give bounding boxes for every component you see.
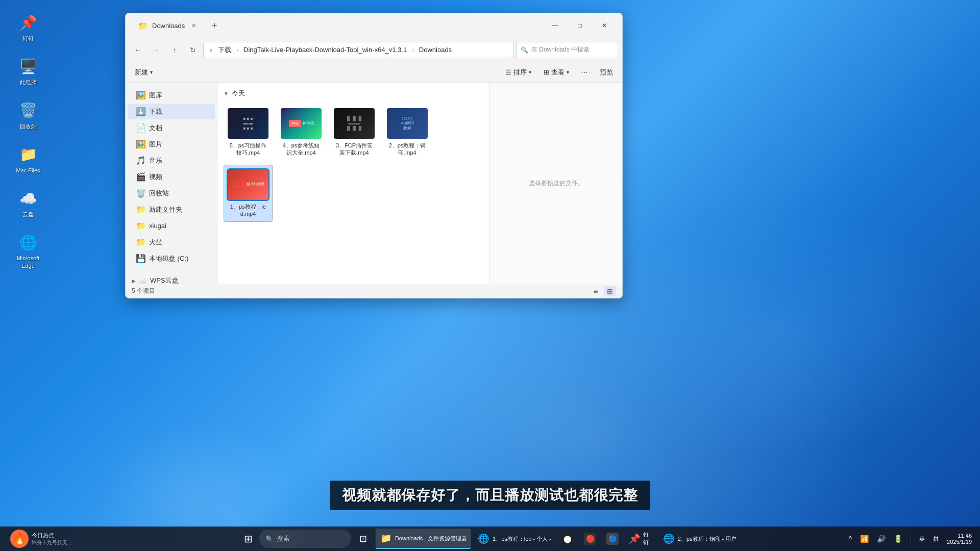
sidebar-item-music[interactable]: 🎵 音乐 📌 [128, 153, 215, 168]
sidebar-section-wps[interactable]: ▶ ☁️ WPS云盘 [128, 273, 215, 284]
list-item[interactable]: ⬡⬡⬡PS钢印教程 2、ps教程：钢印.mp4 [383, 104, 432, 161]
action-bar: 新建 ▾ ☰ 排序 ▾ ⊞ 查看 ▾ ··· 预览 [126, 62, 622, 83]
sidebar-item-newfolder[interactable]: 📁 新建文件夹 [128, 202, 215, 217]
ding-icon: 📌 [18, 12, 38, 33]
preview-panel: 选择要预览的文件。 [489, 83, 622, 284]
taskbar-search[interactable]: 🔍 搜索 [259, 530, 351, 548]
desktop-icon-ding[interactable]: 📌 钉钉 [10, 10, 46, 44]
new-tab-button[interactable]: + [206, 17, 223, 34]
taskbar-app4[interactable]: 🔵 [602, 529, 623, 549]
hotspot-title: 今日热点 [32, 532, 71, 539]
tray-expand-button[interactable]: ^ [846, 534, 854, 544]
dingding-icon: 📌 [629, 533, 640, 545]
search-box[interactable]: 🔍 在 Downloads 中搜索 [516, 42, 618, 58]
view-dropdown-icon: ▾ [567, 69, 569, 75]
network-icon[interactable]: 📶 [858, 534, 871, 544]
content-area: 🖼️ 图库 📌 ⬇️ 下载 📌 📄 文档 📌 🖼️ 图片 � [126, 83, 622, 284]
sidebar-item-picture[interactable]: 🖼️ 图片 📌 [128, 136, 215, 152]
thumb3-content: ▐▌▐▌▐▌▬▬▬▐▌▐▌▐▌ [334, 108, 375, 139]
file3-thumbnail: ▐▌▐▌▐▌▬▬▬▐▌▐▌▐▌ [334, 108, 375, 139]
preview-button[interactable]: 预览 [595, 66, 618, 79]
clock[interactable]: 11:46 2025/1/19 [945, 532, 974, 546]
hotspot-icon: 🔥 [10, 530, 29, 548]
sidebar-item-xiugai[interactable]: 📁 xiugai [128, 218, 215, 234]
minimize-button[interactable]: — [544, 17, 567, 34]
new-label: 新建 [135, 68, 148, 77]
taskbar-edge1[interactable]: 🌐 1、ps教程：led - 个人 - [473, 529, 555, 549]
address-expand[interactable]: › [208, 45, 214, 55]
address-downloads[interactable]: 下载 [216, 44, 233, 56]
taskbar-app2[interactable]: ⬤ [557, 529, 578, 549]
taskbar-dingding[interactable]: 📌 钉钉 [625, 529, 656, 549]
sidebar-item-document[interactable]: 📄 文档 📌 [128, 120, 215, 136]
address-current[interactable]: Downloads [417, 45, 454, 55]
list-item[interactable]: PS 参考线 4、ps参考线知识大全.mp4 [277, 104, 326, 161]
close-button[interactable]: ✕ [593, 17, 616, 34]
desktop-icon-computer[interactable]: 🖥️ 此电脑 [10, 54, 46, 88]
picture-icon: 🖼️ [136, 139, 145, 149]
taskbar-search-icon: 🔍 [265, 535, 274, 543]
new-button[interactable]: 新建 ▾ [130, 64, 158, 81]
desktop-icon-macfiles[interactable]: 📁 Mac Files [10, 142, 46, 176]
clock-date: 2025/1/19 [947, 539, 972, 545]
up-button[interactable]: ↑ [166, 42, 183, 58]
section-toggle-icon[interactable]: ▼ [224, 91, 229, 96]
more-button[interactable]: ··· [576, 64, 593, 81]
list-item[interactable]: ■ ■ ■▬ ▬■ ■ ■ 5、ps习惯操作技巧.mp4 [224, 104, 273, 161]
volume-icon[interactable]: 🔊 [875, 534, 888, 544]
tab-close-button[interactable]: ✕ [189, 21, 198, 30]
hotspot-notification[interactable]: 🔥 今日热点 神舟十九号航天... [6, 529, 98, 549]
back-button[interactable]: ← [130, 42, 146, 58]
system-tray: ^ 📶 🔊 🔋 英 拼 11:46 2025/1/19 [846, 532, 974, 546]
taskbar-app3[interactable]: 🔴 [580, 529, 600, 549]
grid-view-button[interactable]: ⊞ [604, 286, 616, 296]
maximize-button[interactable]: □ [568, 17, 592, 34]
list-view-button[interactable]: ≡ [590, 286, 602, 296]
file1-thumbnail: LED 跑马灯效果 [228, 169, 268, 200]
huozhe-icon: 📁 [136, 237, 145, 247]
address-bar[interactable]: › 下载 › DingTalk-Live-Playback-Download-T… [203, 42, 514, 58]
thumb1-content: LED 跑马灯效果 [228, 169, 268, 200]
status-view-controls: ≡ ⊞ [590, 286, 616, 296]
video-icon: 🎬 [136, 172, 145, 182]
taskbar-taskview[interactable]: ⊡ [353, 529, 374, 549]
music-label: 音乐 [149, 156, 162, 165]
desktop-icon-edge[interactable]: 🌐 Microsoft Edge [10, 230, 46, 271]
sidebar-item-huozhe[interactable]: 📁 火坐 [128, 234, 215, 250]
taskbar-edge2[interactable]: 🌐 2、ps教程：钢印 - 用户 [658, 529, 741, 549]
desktop-icon-recycle[interactable]: 🗑️ 回收站 [10, 98, 46, 132]
view-button[interactable]: ⊞ 查看 ▾ [538, 64, 574, 81]
edge2-label: 2、ps教程：钢印 - 用户 [678, 535, 737, 543]
sidebar-item-localc[interactable]: 💾 本地磁盘 (C:) [128, 251, 215, 266]
forward-button[interactable]: → [148, 42, 164, 58]
cloud-label: 云盘 [22, 211, 34, 218]
sort-button[interactable]: ☰ 排序 ▾ [500, 64, 536, 81]
ime-icon[interactable]: 英 [917, 534, 927, 544]
tab-folder-icon: 📁 [138, 21, 148, 31]
recycle-sidebar-icon: 🗑️ [136, 188, 145, 198]
sidebar-item-gallery[interactable]: 🖼️ 图库 📌 [128, 87, 215, 103]
refresh-button[interactable]: ↻ [185, 42, 201, 58]
window-controls: — □ ✕ [544, 17, 616, 34]
ime-input-icon[interactable]: 拼 [931, 534, 941, 544]
start-button[interactable]: ⊞ [239, 529, 257, 549]
thumb2-content: ⬡⬡⬡PS钢印教程 [387, 108, 428, 139]
sidebar-item-download[interactable]: ⬇️ 下载 📌 [128, 104, 215, 119]
sidebar-item-recycle[interactable]: 🗑️ 回收站 📌 [128, 185, 215, 201]
taskbar-search-label: 搜索 [277, 534, 290, 543]
view-label: 查看 [551, 68, 565, 77]
tab-downloads[interactable]: 📁 Downloads ✕ [132, 16, 204, 35]
list-item[interactable]: LED 跑马灯效果 1、ps教程：led.mp4 [224, 165, 273, 222]
battery-icon[interactable]: 🔋 [892, 534, 904, 544]
sidebar-item-video[interactable]: 🎬 视频 📌 [128, 169, 215, 185]
desktop-icon-cloud[interactable]: ☁️ 云盘 [10, 186, 46, 220]
file1-name: 1、ps教程：led.mp4 [228, 203, 268, 218]
list-item[interactable]: ▐▌▐▌▐▌▬▬▬▐▌▐▌▐▌ 3、FCP插件安装下载.mp4 [330, 104, 379, 161]
taskbar: 🔥 今日热点 神舟十九号航天... ⊞ 🔍 搜索 ⊡ 📁 Downloads -… [0, 527, 980, 551]
taskbar-explorer[interactable]: 📁 Downloads - 文件资源管理器 [376, 529, 471, 549]
macfiles-label: Mac Files [16, 167, 40, 174]
address-tool[interactable]: DingTalk-Live-Playback-Download-Tool_win… [241, 45, 409, 55]
ding-label: 钉钉 [22, 35, 34, 42]
hotspot-text: 今日热点 神舟十九号航天... [32, 532, 71, 546]
tab-bar: 📁 Downloads ✕ + [132, 16, 540, 35]
